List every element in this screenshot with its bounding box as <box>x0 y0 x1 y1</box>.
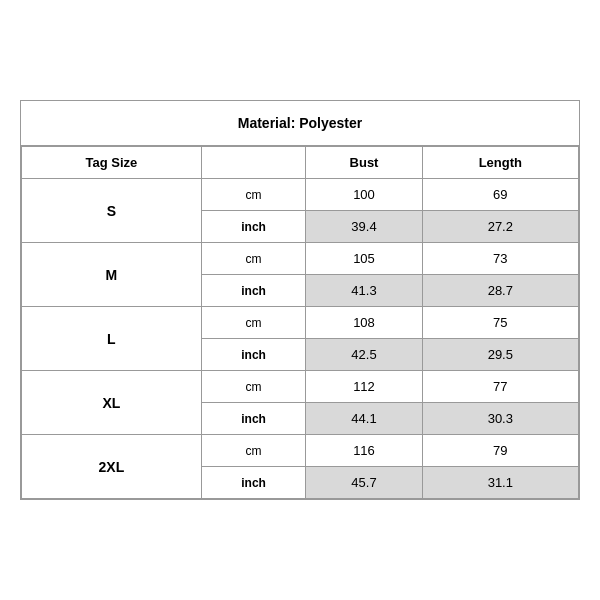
size-table: Tag Size Bust Length Scm10069inch39.427.… <box>21 146 579 499</box>
unit-cm-cell: cm <box>201 243 306 275</box>
bust-inch-value: 42.5 <box>306 339 422 371</box>
unit-inch-cell: inch <box>201 403 306 435</box>
bust-inch-value: 44.1 <box>306 403 422 435</box>
table-row: Scm10069 <box>22 179 579 211</box>
size-cell: XL <box>22 371 202 435</box>
unit-cm-cell: cm <box>201 435 306 467</box>
bust-header: Bust <box>306 147 422 179</box>
table-header-row: Tag Size Bust Length <box>22 147 579 179</box>
table-row: XLcm11277 <box>22 371 579 403</box>
bust-cm-value: 105 <box>306 243 422 275</box>
size-cell: M <box>22 243 202 307</box>
unit-cm-cell: cm <box>201 371 306 403</box>
size-cell: S <box>22 179 202 243</box>
unit-header <box>201 147 306 179</box>
unit-cm-cell: cm <box>201 179 306 211</box>
length-cm-value: 79 <box>422 435 578 467</box>
unit-inch-cell: inch <box>201 211 306 243</box>
unit-inch-cell: inch <box>201 467 306 499</box>
length-inch-value: 29.5 <box>422 339 578 371</box>
unit-cm-cell: cm <box>201 307 306 339</box>
length-inch-value: 30.3 <box>422 403 578 435</box>
length-cm-value: 75 <box>422 307 578 339</box>
size-cell: 2XL <box>22 435 202 499</box>
unit-inch-cell: inch <box>201 275 306 307</box>
length-cm-value: 77 <box>422 371 578 403</box>
length-cm-value: 73 <box>422 243 578 275</box>
unit-inch-cell: inch <box>201 339 306 371</box>
length-header: Length <box>422 147 578 179</box>
bust-cm-value: 116 <box>306 435 422 467</box>
length-inch-value: 28.7 <box>422 275 578 307</box>
size-cell: L <box>22 307 202 371</box>
bust-inch-value: 41.3 <box>306 275 422 307</box>
bust-cm-value: 100 <box>306 179 422 211</box>
bust-cm-value: 112 <box>306 371 422 403</box>
bust-inch-value: 45.7 <box>306 467 422 499</box>
chart-title: Material: Polyester <box>21 101 579 146</box>
table-row: 2XLcm11679 <box>22 435 579 467</box>
bust-cm-value: 108 <box>306 307 422 339</box>
table-row: Mcm10573 <box>22 243 579 275</box>
bust-inch-value: 39.4 <box>306 211 422 243</box>
tag-size-header: Tag Size <box>22 147 202 179</box>
size-chart-container: Material: Polyester Tag Size Bust Length… <box>20 100 580 500</box>
table-row: Lcm10875 <box>22 307 579 339</box>
length-cm-value: 69 <box>422 179 578 211</box>
length-inch-value: 31.1 <box>422 467 578 499</box>
length-inch-value: 27.2 <box>422 211 578 243</box>
